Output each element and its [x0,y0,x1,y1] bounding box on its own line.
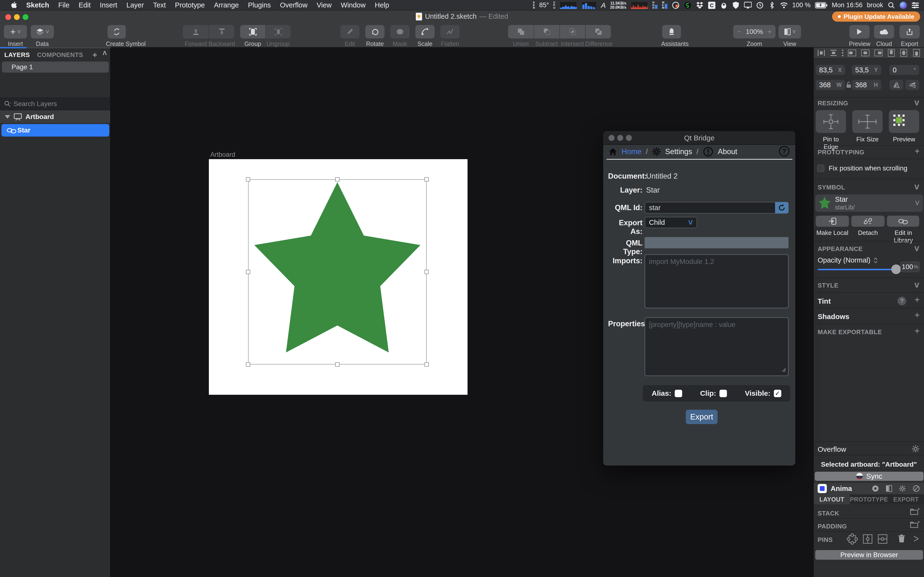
opacity-slider-track[interactable] [817,269,895,270]
resize-handle-e[interactable] [425,270,429,274]
chevron-down-icon[interactable]: ᐯ [914,184,919,191]
clock-status[interactable]: Mon 16:56 [832,2,863,9]
move-forward-button[interactable] [183,25,208,39]
textarea-resize-grip[interactable] [781,367,786,372]
sync-button[interactable]: Sync [815,472,924,481]
distribute-horizontally-icon[interactable] [817,49,825,57]
battery-status-icon[interactable] [815,2,827,9]
detach-button[interactable] [851,216,885,227]
opacity-slider-knob[interactable] [891,264,901,274]
lock-ratio-icon[interactable] [846,81,851,89]
disclosure-triangle-icon[interactable] [5,115,10,119]
menu-edit[interactable]: Edit [74,1,95,9]
collapse-pages-button[interactable]: ᐱ [102,50,107,60]
create-symbol-button[interactable]: Create Symbol [106,25,128,47]
control-center-icon[interactable] [911,2,919,9]
flip-horizontal-button[interactable] [889,80,903,90]
menu-prototype[interactable]: Prototype [170,1,209,9]
resize-handle-n[interactable] [335,177,339,182]
add-tint-button[interactable]: + [914,295,920,305]
tint-help-icon[interactable]: ? [898,297,906,305]
plugin-update-badge[interactable]: Plugin Update Available [832,11,920,22]
tab-export[interactable]: EXPORT [888,494,924,504]
visible-checkbox[interactable]: ✓ [774,390,781,397]
dropbox-status-icon[interactable] [696,2,704,9]
menu-view[interactable]: View [312,1,336,9]
cpu-graph-widget[interactable] [560,2,577,9]
time-machine-status-icon[interactable] [756,2,764,9]
pear-status-icon[interactable] [720,2,728,9]
resize-handle-nw[interactable] [246,177,250,182]
opacity-value-field[interactable]: 100% [900,261,920,272]
tab-layers[interactable]: LAYERS [4,51,30,59]
ungroup-button[interactable] [265,25,291,39]
distribute-vertically-icon[interactable] [829,49,838,57]
x-position-field[interactable]: 83,5X [816,65,845,75]
preview-button[interactable]: Preview [849,25,870,47]
fix-position-checkbox[interactable] [817,165,824,172]
selection-bounding-box[interactable] [248,179,426,364]
tab-components[interactable]: COMPONENTS [37,51,83,59]
mask-tool[interactable]: Mask [389,25,411,47]
clip-checkbox[interactable] [719,390,727,397]
intersect-button[interactable] [559,25,585,39]
network-speed-widget[interactable]: 11.5KB/s 20.0KB/s [610,1,627,10]
siri-icon[interactable] [900,2,907,9]
width-field[interactable]: 368W [816,80,845,90]
align-center-horizontal-icon[interactable] [861,49,870,57]
network-graph-widget[interactable] [631,2,648,9]
menu-insert[interactable]: Insert [95,1,122,9]
fix-size-button[interactable] [852,110,883,133]
pin-to-edge-button[interactable] [816,110,846,133]
move-backward-button[interactable] [208,25,234,39]
align-left-icon[interactable] [848,49,857,57]
layer-row-star-selected[interactable]: Star [2,124,109,137]
group-button[interactable] [240,25,265,39]
scale-tool[interactable]: Scale [414,25,436,47]
menu-overflow[interactable]: Overflow [276,1,312,9]
bluetooth-status-icon[interactable] [768,2,776,9]
menu-text[interactable]: Text [149,1,170,9]
flip-vertical-button[interactable] [905,80,919,90]
height-field[interactable]: 368H [852,80,881,90]
browser-status-icon[interactable] [672,2,680,9]
refresh-qml-id-button[interactable] [775,202,788,213]
dialog-help-button[interactable]: ? [779,146,790,156]
pins-all-edges-icon[interactable] [846,533,858,545]
align-right-icon[interactable] [874,49,883,57]
menu-file[interactable]: File [54,1,74,9]
edit-in-library-button[interactable] [887,216,919,227]
zoom-out-button[interactable]: − [737,27,741,36]
menu-window[interactable]: Window [336,1,370,9]
symbol-selector[interactable]: Star starLib/ ᐯ [815,195,923,212]
layer-row-artboard[interactable]: Artboard [0,110,110,123]
make-local-button[interactable] [816,216,849,227]
resize-handle-w[interactable] [246,270,250,274]
temperature-status[interactable]: 85° [539,2,549,9]
pins-horizontal-icon[interactable] [877,533,888,545]
pins-expand-chevron[interactable]: ᐳ [913,535,919,543]
dialog-export-button[interactable]: Export [686,410,717,424]
qml-id-input[interactable] [645,202,788,213]
menu-sketch[interactable]: Sketch [22,1,54,9]
tab-about[interactable]: About [718,147,737,156]
add-shadow-button[interactable]: + [914,310,920,320]
menu-layer[interactable]: Layer [122,1,149,9]
capture-status-icon[interactable]: C [708,2,716,9]
subtract-button[interactable] [534,25,559,39]
data-button[interactable]: ᐯ Data [31,25,54,47]
tab-prototype[interactable]: PROTOTYPE [850,494,888,504]
split-panel-icon[interactable] [885,485,892,492]
user-status[interactable]: brook [867,2,883,9]
preview-in-browser-button[interactable]: Preview in Browser [815,550,923,560]
sensor-widget[interactable]: SEN [533,1,535,9]
rotate-tool[interactable]: Rotate [364,25,386,47]
wifi-status-icon[interactable] [780,2,788,9]
accessibility-status[interactable]: A [601,1,606,10]
export-as-dropdown[interactable]: Child ᐯ [645,217,697,228]
rotation-field[interactable]: 0° [889,65,919,75]
zoom-in-button[interactable]: + [767,27,772,36]
union-button[interactable] [508,25,534,39]
zoom-level-value[interactable]: 100% [746,28,763,35]
hdd-meter-widget[interactable]: HDD [652,1,657,9]
